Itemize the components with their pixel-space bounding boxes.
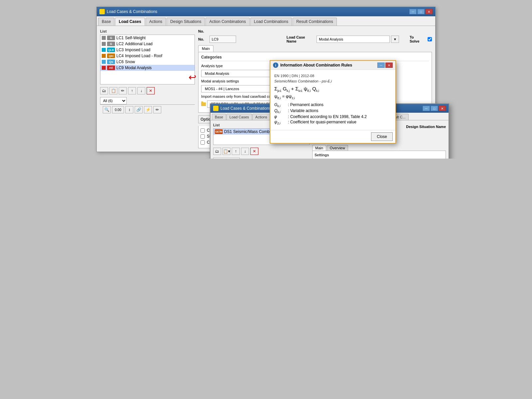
cons-checkbox[interactable] bbox=[200, 128, 205, 133]
maximize-button[interactable]: □ bbox=[417, 9, 425, 14]
bottom-link-button[interactable]: 🔗 bbox=[135, 106, 143, 113]
legend-row-3: φ : Coefficient according to EN 1998, Ta… bbox=[274, 114, 391, 119]
tab-actions[interactable]: Actions bbox=[146, 18, 166, 26]
list-item-number: LC9 bbox=[116, 66, 124, 70]
bottom-search-button[interactable]: 🔍 bbox=[103, 106, 111, 113]
no-input[interactable] bbox=[209, 36, 236, 43]
nested-close-button[interactable]: ✕ bbox=[439, 106, 446, 111]
list-item[interactable]: Qs LC6 Snow bbox=[100, 59, 195, 65]
info-popup-titlebar: i Information About Combination Rules ─ … bbox=[270, 61, 395, 70]
list-item-number: LC6 bbox=[116, 60, 124, 64]
nested-section-content: Settings Design situation type EN 1990 |… bbox=[312, 151, 446, 159]
list-item-number: LC1 bbox=[116, 36, 124, 40]
settings-header: Settings bbox=[315, 153, 444, 157]
main-tab[interactable]: Main bbox=[198, 45, 213, 52]
list-toolbar: 🗂 📋 ✏ ↑ ↓ ✕ bbox=[100, 87, 195, 94]
tab-result-combinations[interactable]: Result Combinations bbox=[293, 18, 337, 26]
dropdown-arrow[interactable]: ▾ bbox=[391, 36, 399, 43]
minimize-button[interactable]: ─ bbox=[409, 9, 417, 14]
nested-dsn-label: Design Situation Name bbox=[406, 125, 446, 129]
info-standard: EN 1990 | DIN | 2012-08 bbox=[274, 74, 391, 78]
list-item-name: Self-Weight bbox=[125, 36, 146, 40]
tool-move-down-button[interactable]: ↓ bbox=[137, 87, 145, 94]
list-item-name: Modal Analysis bbox=[125, 66, 152, 70]
nested-copy-dropdown[interactable]: 📋▾ bbox=[222, 148, 230, 155]
nested-tab-load-cases[interactable]: Load Cases bbox=[226, 114, 252, 120]
analysis-type-label: Analysis type bbox=[201, 64, 244, 68]
info-popup-title: Information About Combination Rules bbox=[280, 63, 352, 67]
nested-window-title: Load Cases & Combinations bbox=[220, 106, 271, 111]
legend-key-4: ψ2,i bbox=[274, 120, 286, 125]
tab-load-cases[interactable]: Load Cases bbox=[115, 18, 145, 26]
info-minimize-button[interactable]: ─ bbox=[377, 63, 385, 68]
nested-main-tab[interactable]: Main bbox=[312, 145, 326, 151]
main-titlebar: ⚡ Load Cases & Combinations ─ □ ✕ bbox=[97, 7, 435, 16]
tool-delete-button[interactable]: ✕ bbox=[147, 87, 155, 94]
list-item-selected[interactable]: AE LC9 Modal Analysis bbox=[100, 65, 195, 71]
no-row: No. bbox=[198, 29, 432, 33]
bottom-value-button[interactable]: 0.00 bbox=[112, 106, 124, 113]
calc-checkbox[interactable] bbox=[200, 140, 205, 145]
tool-edit-button[interactable]: ✏ bbox=[119, 87, 127, 94]
tool-move-up-button[interactable]: ↑ bbox=[128, 87, 136, 94]
app-icon: ⚡ bbox=[99, 9, 105, 14]
no-field-label: No. bbox=[198, 37, 204, 41]
list-item[interactable]: G LC1 Self-Weight bbox=[100, 35, 195, 41]
dst-label: Design situation type bbox=[315, 158, 361, 159]
load-case-name-input[interactable] bbox=[317, 36, 390, 43]
nested-minimize-button[interactable]: ─ bbox=[423, 106, 430, 111]
legend-key-2: Qk,i bbox=[274, 108, 286, 114]
nested-tab-actions[interactable]: Actions bbox=[252, 114, 270, 120]
close-button[interactable]: ✕ bbox=[425, 9, 433, 14]
info-popup: i Information About Combination Rules ─ … bbox=[270, 60, 396, 144]
nested-title-left: ⚡ Load Cases & Combinations bbox=[213, 106, 271, 111]
legend-desc-1: : Permanent actions bbox=[288, 102, 324, 107]
tab-base[interactable]: Base bbox=[98, 18, 114, 26]
nested-app-icon: ⚡ bbox=[213, 106, 218, 111]
nested-delete-button[interactable]: ✕ bbox=[250, 148, 258, 155]
legend-desc-3: : Coefficient according to EN 1998, Tabl… bbox=[288, 114, 367, 119]
main-tab-bar: Base Load Cases Actions Design Situation… bbox=[97, 16, 435, 26]
info-window-controls: ─ ✕ bbox=[377, 63, 393, 68]
info-close-x-button[interactable]: ✕ bbox=[385, 63, 393, 68]
to-solve-checkbox[interactable] bbox=[428, 37, 432, 42]
nested-move-down-button[interactable]: ↓ bbox=[241, 148, 249, 155]
bottom-sort-button[interactable]: ↕ bbox=[125, 106, 133, 113]
legend-row-2: Qk,i : Variable actions bbox=[274, 108, 391, 114]
info-close-button[interactable]: Close bbox=[371, 132, 393, 141]
modal-settings-select[interactable]: MOS1 - #4 | Lanczos bbox=[201, 85, 281, 92]
struc-checkbox[interactable] bbox=[200, 134, 205, 139]
list-item[interactable]: QlH LC4 Imposed Load - Roof bbox=[100, 53, 195, 59]
filter-dropdown[interactable]: All (6) bbox=[100, 97, 127, 104]
tool-add-button[interactable]: 🗂 bbox=[100, 87, 108, 94]
nested-maximize-button[interactable]: □ bbox=[431, 106, 438, 111]
info-combination-type: Seismic/Mass Combination - psi-E,i bbox=[274, 79, 391, 83]
tab-load-combinations[interactable]: Load Combinations bbox=[250, 18, 292, 26]
nested-move-up-button[interactable]: ↑ bbox=[232, 148, 240, 155]
list-item-name: Additional Load bbox=[125, 42, 153, 46]
bottom-action-button[interactable]: ⚡ bbox=[144, 106, 152, 113]
legend-desc-2: : Variable actions bbox=[288, 108, 318, 113]
formula-line-2: ψE,i = φψ2,i bbox=[274, 94, 391, 100]
nested-list-toolbar: 🗂 📋▾ ↑ ↓ ✕ bbox=[213, 148, 310, 155]
bottom-toolbar: 🔍 0.00 ↕ 🔗 ⚡ ✏ bbox=[100, 104, 195, 115]
nested-add-button[interactable]: 🗂 bbox=[213, 148, 221, 155]
math-formula: Σj≥1 Gk,j + Σi≥1 ψE,i Qk,i ψE,i = φψ2,i bbox=[274, 86, 391, 100]
nested-overview-tab[interactable]: Overview bbox=[327, 145, 348, 151]
to-solve-label: To Solve bbox=[410, 35, 422, 43]
tab-design-situations[interactable]: Design Situations bbox=[167, 18, 205, 26]
tab-action-combinations[interactable]: Action Combinations bbox=[205, 18, 249, 26]
info-popup-footer: Close bbox=[270, 130, 395, 143]
list-item-number: LC2 bbox=[116, 42, 124, 46]
nested-filter-dropdown[interactable]: All (1) bbox=[213, 158, 240, 159]
info-title-icon: i bbox=[273, 63, 278, 68]
legend-key-1: Gk,i bbox=[274, 102, 286, 108]
bottom-edit-button[interactable]: ✏ bbox=[153, 106, 161, 113]
tool-copy-button[interactable]: 📋 bbox=[109, 87, 117, 94]
list-item[interactable]: QLB LC3 Imposed Load bbox=[100, 47, 195, 53]
legend-row-4: ψ2,i : Coefficient for quasi-permanent v… bbox=[274, 120, 391, 125]
nested-tab-base[interactable]: Base bbox=[212, 114, 226, 120]
filter-row: All (6) bbox=[100, 97, 195, 104]
list-item[interactable]: G LC2 Additional Load bbox=[100, 41, 195, 47]
title-left: ⚡ Load Cases & Combinations bbox=[99, 9, 157, 14]
